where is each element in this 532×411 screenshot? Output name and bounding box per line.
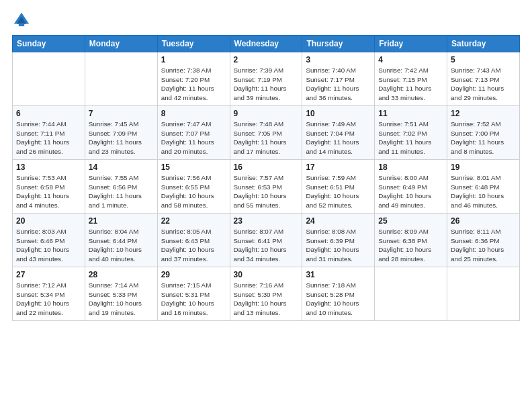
weekday-header: Saturday (447, 36, 520, 52)
calendar-week: 1Sunrise: 7:38 AMSunset: 7:20 PMDaylight… (13, 52, 520, 106)
calendar-day: 24Sunrise: 8:08 AMSunset: 6:39 PMDayligh… (302, 214, 375, 267)
day-info: Sunrise: 7:16 AMSunset: 5:30 PMDaylight:… (234, 281, 299, 318)
calendar-week: 13Sunrise: 7:53 AMSunset: 6:58 PMDayligh… (13, 160, 520, 214)
day-number: 24 (306, 216, 371, 226)
calendar-day: 18Sunrise: 8:00 AMSunset: 6:49 PMDayligh… (375, 160, 447, 214)
day-number: 31 (306, 270, 371, 279)
day-number: 8 (161, 109, 226, 118)
calendar-day: 9Sunrise: 7:48 AMSunset: 7:05 PMDaylight… (230, 106, 302, 160)
calendar-day: 31Sunrise: 7:18 AMSunset: 5:28 PMDayligh… (302, 267, 375, 321)
day-number: 13 (16, 163, 81, 172)
day-info: Sunrise: 8:00 AMSunset: 6:49 PMDaylight:… (378, 173, 443, 210)
day-info: Sunrise: 7:55 AMSunset: 6:56 PMDaylight:… (89, 173, 154, 210)
calendar-week: 27Sunrise: 7:12 AMSunset: 5:34 PMDayligh… (13, 267, 520, 321)
day-info: Sunrise: 7:47 AMSunset: 7:07 PMDaylight:… (161, 120, 226, 156)
day-info: Sunrise: 8:04 AMSunset: 6:44 PMDaylight:… (89, 227, 154, 264)
calendar-day: 30Sunrise: 7:16 AMSunset: 5:30 PMDayligh… (230, 267, 302, 321)
calendar-day: 17Sunrise: 7:59 AMSunset: 6:51 PMDayligh… (302, 160, 375, 214)
day-number: 30 (234, 270, 299, 279)
weekday-header: Thursday (302, 36, 375, 52)
day-info: Sunrise: 7:59 AMSunset: 6:51 PMDaylight:… (306, 173, 371, 210)
day-number: 4 (378, 55, 443, 64)
day-info: Sunrise: 8:08 AMSunset: 6:39 PMDaylight:… (306, 227, 371, 264)
calendar-day (13, 52, 85, 106)
day-number: 18 (378, 163, 443, 172)
day-number: 11 (378, 109, 443, 118)
calendar-day: 16Sunrise: 7:57 AMSunset: 6:53 PMDayligh… (230, 160, 302, 214)
day-number: 2 (234, 55, 299, 64)
calendar-day: 23Sunrise: 8:07 AMSunset: 6:41 PMDayligh… (230, 214, 302, 267)
day-info: Sunrise: 7:52 AMSunset: 7:00 PMDaylight:… (451, 120, 516, 156)
calendar-body: 1Sunrise: 7:38 AMSunset: 7:20 PMDaylight… (13, 52, 520, 321)
day-number: 1 (161, 55, 226, 64)
calendar-day: 28Sunrise: 7:14 AMSunset: 5:33 PMDayligh… (85, 267, 157, 321)
weekday-row: SundayMondayTuesdayWednesdayThursdayFrid… (13, 36, 520, 52)
calendar-header: SundayMondayTuesdayWednesdayThursdayFrid… (13, 36, 520, 52)
day-info: Sunrise: 7:40 AMSunset: 7:17 PMDaylight:… (306, 66, 371, 103)
calendar-day: 25Sunrise: 8:09 AMSunset: 6:38 PMDayligh… (375, 214, 447, 267)
calendar-day: 13Sunrise: 7:53 AMSunset: 6:58 PMDayligh… (13, 160, 85, 214)
day-number: 5 (451, 55, 516, 64)
day-number: 28 (89, 270, 154, 279)
day-info: Sunrise: 7:48 AMSunset: 7:05 PMDaylight:… (234, 120, 299, 156)
calendar-day (447, 267, 520, 321)
logo-icon (12, 11, 31, 30)
day-number: 17 (306, 163, 371, 172)
calendar-day: 15Sunrise: 7:56 AMSunset: 6:55 PMDayligh… (157, 160, 230, 214)
day-info: Sunrise: 7:42 AMSunset: 7:15 PMDaylight:… (378, 66, 443, 103)
day-number: 23 (234, 216, 299, 226)
day-number: 16 (234, 163, 299, 172)
day-info: Sunrise: 8:07 AMSunset: 6:41 PMDaylight:… (234, 227, 299, 264)
calendar-day: 1Sunrise: 7:38 AMSunset: 7:20 PMDaylight… (157, 52, 230, 106)
day-info: Sunrise: 7:49 AMSunset: 7:04 PMDaylight:… (306, 120, 371, 156)
day-number: 20 (16, 216, 81, 226)
day-number: 25 (378, 216, 443, 226)
header (12, 11, 520, 30)
page: SundayMondayTuesdayWednesdayThursdayFrid… (0, 0, 532, 411)
calendar-day: 11Sunrise: 7:51 AMSunset: 7:02 PMDayligh… (375, 106, 447, 160)
weekday-header: Tuesday (157, 36, 230, 52)
day-number: 3 (306, 55, 371, 64)
day-info: Sunrise: 7:43 AMSunset: 7:13 PMDaylight:… (451, 66, 516, 103)
day-info: Sunrise: 7:12 AMSunset: 5:34 PMDaylight:… (16, 281, 81, 318)
calendar-day: 27Sunrise: 7:12 AMSunset: 5:34 PMDayligh… (13, 267, 85, 321)
day-info: Sunrise: 7:39 AMSunset: 7:19 PMDaylight:… (234, 66, 299, 103)
day-number: 12 (451, 109, 516, 118)
calendar-week: 6Sunrise: 7:44 AMSunset: 7:11 PMDaylight… (13, 106, 520, 160)
calendar-day: 2Sunrise: 7:39 AMSunset: 7:19 PMDaylight… (230, 52, 302, 106)
calendar-day: 21Sunrise: 8:04 AMSunset: 6:44 PMDayligh… (85, 214, 157, 267)
day-number: 29 (161, 270, 226, 279)
weekday-header: Monday (85, 36, 157, 52)
day-info: Sunrise: 8:03 AMSunset: 6:46 PMDaylight:… (16, 227, 81, 264)
weekday-header: Wednesday (230, 36, 302, 52)
calendar-day: 3Sunrise: 7:40 AMSunset: 7:17 PMDaylight… (302, 52, 375, 106)
calendar-day (375, 267, 447, 321)
day-number: 22 (161, 216, 226, 226)
day-info: Sunrise: 8:11 AMSunset: 6:36 PMDaylight:… (451, 227, 516, 264)
calendar-day: 4Sunrise: 7:42 AMSunset: 7:15 PMDaylight… (375, 52, 447, 106)
day-info: Sunrise: 8:05 AMSunset: 6:43 PMDaylight:… (161, 227, 226, 264)
day-info: Sunrise: 7:56 AMSunset: 6:55 PMDaylight:… (161, 173, 226, 210)
day-info: Sunrise: 7:38 AMSunset: 7:20 PMDaylight:… (161, 66, 226, 103)
logo (12, 11, 34, 30)
calendar-day: 7Sunrise: 7:45 AMSunset: 7:09 PMDaylight… (85, 106, 157, 160)
day-number: 14 (89, 163, 154, 172)
calendar-day: 19Sunrise: 8:01 AMSunset: 6:48 PMDayligh… (447, 160, 520, 214)
calendar-day: 8Sunrise: 7:47 AMSunset: 7:07 PMDaylight… (157, 106, 230, 160)
day-number: 15 (161, 163, 226, 172)
day-number: 19 (451, 163, 516, 172)
calendar-day: 22Sunrise: 8:05 AMSunset: 6:43 PMDayligh… (157, 214, 230, 267)
day-info: Sunrise: 7:57 AMSunset: 6:53 PMDaylight:… (234, 173, 299, 210)
day-info: Sunrise: 8:09 AMSunset: 6:38 PMDaylight:… (378, 227, 443, 264)
calendar-day: 29Sunrise: 7:15 AMSunset: 5:31 PMDayligh… (157, 267, 230, 321)
day-number: 27 (16, 270, 81, 279)
day-info: Sunrise: 7:18 AMSunset: 5:28 PMDaylight:… (306, 281, 371, 318)
calendar: SundayMondayTuesdayWednesdayThursdayFrid… (12, 35, 520, 321)
calendar-day: 20Sunrise: 8:03 AMSunset: 6:46 PMDayligh… (13, 214, 85, 267)
day-number: 9 (234, 109, 299, 118)
day-number: 10 (306, 109, 371, 118)
day-info: Sunrise: 7:44 AMSunset: 7:11 PMDaylight:… (16, 120, 81, 156)
svg-rect-2 (19, 24, 24, 27)
weekday-header: Sunday (13, 36, 85, 52)
day-number: 26 (451, 216, 516, 226)
